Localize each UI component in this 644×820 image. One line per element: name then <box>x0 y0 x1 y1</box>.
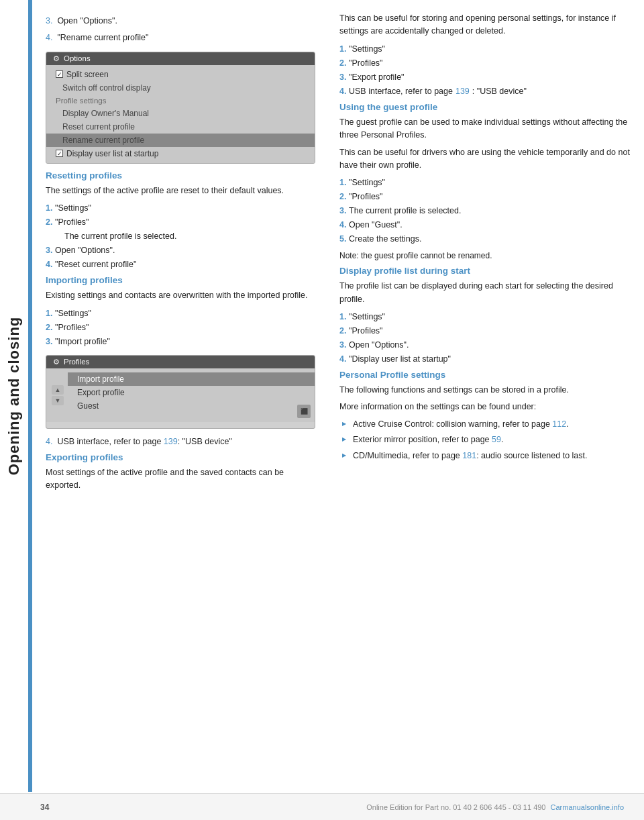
step4-num: 4. <box>46 33 52 42</box>
exporting-profiles-section: Exporting profiles Most settings of the … <box>46 452 315 493</box>
user-list-checkbox: ✓ <box>56 150 63 157</box>
options-title-bar: ⚙ Options <box>46 52 315 65</box>
options-menu-body: ✓ Split screen Switch off control displa… <box>46 65 315 163</box>
guest-profile-section: Using the guest profile The guest profil… <box>339 102 632 262</box>
guest-step3: 3.The current profile is selected. <box>339 204 632 217</box>
mirror-link[interactable]: 59 <box>492 435 501 444</box>
guest-desc2: This can be useful for drivers who are u… <box>339 146 632 172</box>
footer-edition: Online Edition for Part no. 01 40 2 606 … <box>366 803 545 811</box>
profiles-title-bar: ⚙ Profiles <box>46 356 315 368</box>
cruise-link[interactable]: 112 <box>552 419 566 429</box>
split-screen-checkbox: ✓ <box>56 70 63 78</box>
importing-step1: 1."Settings" <box>46 307 315 320</box>
exporting-heading: Exporting profiles <box>46 452 315 462</box>
profiles-title-text: Profiles <box>64 358 89 366</box>
profiles-menu-body: ▲ ▼ Import profile Export profile Guest … <box>46 368 315 422</box>
step3-content: Open "Options". <box>57 16 117 25</box>
resetting-step4: 4."Reset current profile" <box>46 258 315 271</box>
top-steps: 3. Open "Options". 4. "Rename current pr… <box>46 15 315 45</box>
guest-step1: 1."Settings" <box>339 176 632 189</box>
display-user-list-item: ✓ Display user list at startup <box>46 147 315 160</box>
importing-profiles-section: Importing profiles Existing settings and… <box>46 275 315 348</box>
resetting-desc: The settings of the active profile are r… <box>46 185 315 197</box>
resetting-step2: 2."Profiles" <box>46 215 315 229</box>
multimedia-link[interactable]: 181 <box>462 451 476 460</box>
nav-arrows: ▲ ▼ <box>52 385 64 405</box>
split-screen-label: Split screen <box>66 70 109 79</box>
export-profile-item: Export profile <box>68 386 315 399</box>
display-profile-steps: 1."Settings" 2."Profiles" 3.Open "Option… <box>339 310 632 366</box>
bullet-mirror-position: Exterior mirror position, refer to page … <box>339 433 632 446</box>
gear-icon: ⚙ <box>53 54 60 63</box>
step4-num: 4. <box>46 437 52 446</box>
importing-desc: Existing settings and contacts are overw… <box>46 289 315 302</box>
footer: 34 Online Edition for Part no. 01 40 2 6… <box>0 793 644 820</box>
main-content: 3. Open "Options". 4. "Rename current pr… <box>32 0 644 793</box>
split-screen-item: ✓ Split screen <box>46 68 315 81</box>
resetting-step2-note: The current profile is selected. <box>46 229 315 243</box>
usb-link[interactable]: 139 <box>164 437 178 446</box>
guest-heading: Using the guest profile <box>339 102 632 112</box>
right-intro: This can be useful for storing and openi… <box>339 12 632 38</box>
importing-step4-usb: 4. USB interface, refer to page 139: "US… <box>46 435 315 448</box>
display-step1: 1."Settings" <box>339 310 632 323</box>
display-user-list-label: Display user list at startup <box>66 149 158 158</box>
guest-step4: 4.Open "Guest". <box>339 218 632 232</box>
personal-profile-desc2: More information on the settings can be … <box>339 401 632 413</box>
importing-step2: 2."Profiles" <box>46 321 315 334</box>
profiles-items: Import profile Export profile Guest <box>68 372 315 413</box>
right-column: This can be useful for storing and openi… <box>327 0 644 793</box>
page-number: 34 <box>40 803 49 812</box>
display-manual-item: Display Owner's Manual <box>46 107 315 120</box>
sidebar-label-text: Opening and closing <box>5 317 23 476</box>
importing-steps: 1."Settings" 2."Profiles" 3."Import prof… <box>46 307 315 348</box>
display-profile-section: Display profile list during start The pr… <box>339 266 632 366</box>
export-step2: 2."Profiles" <box>339 56 632 70</box>
nav-up-arrow: ▲ <box>52 385 64 395</box>
usb-icon: ⬛ <box>297 405 311 418</box>
export-usb-link[interactable]: 139 <box>455 85 470 98</box>
guest-step5: 5.Create the settings. <box>339 232 632 246</box>
guest-steps: 1."Settings" 2."Profiles" 3.The current … <box>339 176 632 246</box>
display-step4: 4."Display user list at startup" <box>339 352 632 366</box>
export-step4: 4.USB interface, refer to page 139: "USB… <box>339 85 632 98</box>
profiles-gear-icon: ⚙ <box>53 358 60 366</box>
profile-settings-label: Profile settings <box>46 95 315 107</box>
display-profile-heading: Display profile list during start <box>339 266 632 276</box>
step4-content: "Rename current profile" <box>57 33 148 42</box>
exporting-desc: Most settings of the active profile and … <box>46 466 315 493</box>
footer-brand: Carmanualsonline.info <box>551 803 624 811</box>
guest-note: Note: the guest profile cannot be rename… <box>339 250 632 262</box>
left-column: 3. Open "Options". 4. "Rename current pr… <box>32 0 327 793</box>
guest-desc1: The guest profile can be used to make in… <box>339 116 632 142</box>
export-step1: 1."Settings" <box>339 42 632 56</box>
switch-off-item: Switch off control display <box>46 81 315 95</box>
nav-down-arrow: ▼ <box>52 396 64 405</box>
step3-text: 3. Open "Options". <box>46 15 315 28</box>
resetting-step3: 3.Open "Options". <box>46 244 315 257</box>
reset-profile-item: Reset current profile <box>46 120 315 134</box>
footer-text: Online Edition for Part no. 01 40 2 606 … <box>366 803 624 811</box>
export-step3: 3."Export profile" <box>339 70 632 84</box>
import-profile-item: Import profile <box>68 372 315 386</box>
guest-step2: 2."Profiles" <box>339 190 632 203</box>
resetting-step1: 1."Settings" <box>46 201 315 215</box>
resetting-steps: 1."Settings" 2."Profiles" The current pr… <box>46 201 315 271</box>
sidebar-label: Opening and closing <box>0 0 28 792</box>
resetting-heading: Resetting profiles <box>46 170 315 181</box>
step4-text: 4. "Rename current profile" <box>46 32 315 44</box>
bullet-multimedia: CD/Multimedia, refer to page 181: audio … <box>339 450 632 462</box>
rename-profile-item: Rename current profile <box>46 134 315 147</box>
personal-profile-desc1: The following functions and settings can… <box>339 384 632 397</box>
personal-profile-section: Personal Profile settings The following … <box>339 370 632 462</box>
export-steps: 1."Settings" 2."Profiles" 3."Export prof… <box>339 42 632 98</box>
step3-num: 3. <box>46 16 52 25</box>
display-step2: 2."Profiles" <box>339 324 632 338</box>
guest-item: Guest <box>68 399 315 413</box>
personal-profile-heading: Personal Profile settings <box>339 370 632 380</box>
personal-profile-bullets: Active Cruise Control: collision warning… <box>339 418 632 462</box>
importing-step3: 3."Import profile" <box>46 335 315 348</box>
options-screenshot: ⚙ Options ✓ Split screen Switch off cont… <box>46 52 315 164</box>
bullet-cruise-control: Active Cruise Control: collision warning… <box>339 418 632 431</box>
importing-heading: Importing profiles <box>46 275 315 285</box>
